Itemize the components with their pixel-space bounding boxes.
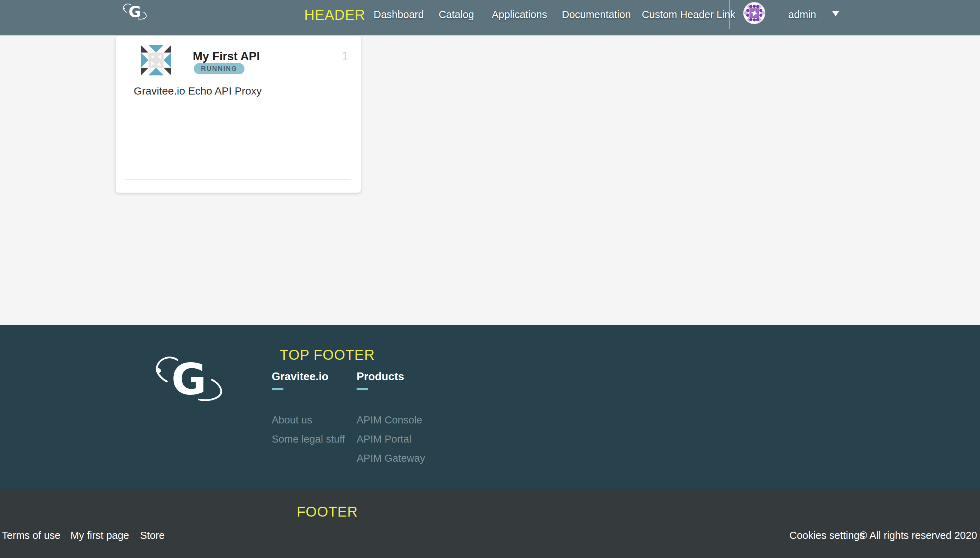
footer-link-apim-console[interactable]: APIM Console: [357, 414, 438, 426]
footer-link-apim-gateway[interactable]: APIM Gateway: [357, 453, 438, 464]
footer-link-cookies-settings[interactable]: Cookies settings: [789, 530, 865, 542]
bottom-footer-title: FOOTER: [297, 504, 358, 520]
top-footer-title: TOP FOOTER: [280, 347, 375, 363]
nav-item-catalog[interactable]: Catalog: [439, 9, 474, 21]
footer-column-products: Products APIM Console APIM Portal APIM G…: [357, 371, 438, 472]
main-content: My First API RUNNING 1 Gravitee.io Echo …: [0, 35, 980, 325]
footer-link-terms-of-use[interactable]: Terms of use: [2, 530, 61, 542]
api-card-title: My First API: [193, 49, 260, 63]
user-menu-label[interactable]: admin: [788, 9, 816, 21]
footer-link-my-first-page[interactable]: My first page: [70, 530, 129, 542]
card-divider: [125, 179, 351, 180]
svg-text:G: G: [128, 3, 141, 20]
api-card[interactable]: My First API RUNNING 1 Gravitee.io Echo …: [116, 36, 361, 193]
footer-column-gravitee: Gravitee.io About us Some legal stuff: [272, 371, 353, 453]
top-footer: G TOP FOOTER Gravitee.io About us Some l…: [0, 325, 980, 489]
top-navbar: G HEADER Dashboard Catalog Applications …: [0, 0, 980, 35]
user-avatar[interactable]: [743, 2, 766, 25]
svg-text:G: G: [171, 354, 207, 403]
gravitee-logo-footer: G: [154, 353, 224, 403]
footer-link-legal[interactable]: Some legal stuff: [272, 433, 353, 445]
footer-column-heading: Products: [357, 371, 438, 382]
footer-column-heading: Gravitee.io: [272, 371, 353, 382]
footer-link-store[interactable]: Store: [140, 530, 165, 542]
footer-link-apim-portal[interactable]: APIM Portal: [357, 433, 438, 445]
nav-item-documentation[interactable]: Documentation: [562, 9, 631, 21]
footer-link-about-us[interactable]: About us: [272, 414, 353, 426]
nav-item-applications[interactable]: Applications: [492, 9, 547, 21]
api-identicon-icon: [141, 45, 171, 75]
api-card-description: Gravitee.io Echo API Proxy: [134, 85, 262, 97]
nav-item-dashboard[interactable]: Dashboard: [374, 9, 424, 21]
copyright-text: © All rights reserved 2020: [860, 530, 977, 542]
heading-underline-dash: [357, 388, 368, 390]
bottom-footer: FOOTER Terms of use My first page Store …: [0, 489, 980, 558]
status-badge: RUNNING: [194, 63, 244, 74]
header-divider: [730, 0, 730, 29]
api-count: 1: [342, 49, 348, 62]
gravitee-logo: G: [123, 2, 147, 20]
nav-item-custom-header-link[interactable]: Custom Header Link: [642, 9, 735, 21]
heading-underline-dash: [272, 388, 283, 390]
page-title: HEADER: [304, 7, 365, 23]
chevron-down-icon[interactable]: [832, 11, 839, 16]
